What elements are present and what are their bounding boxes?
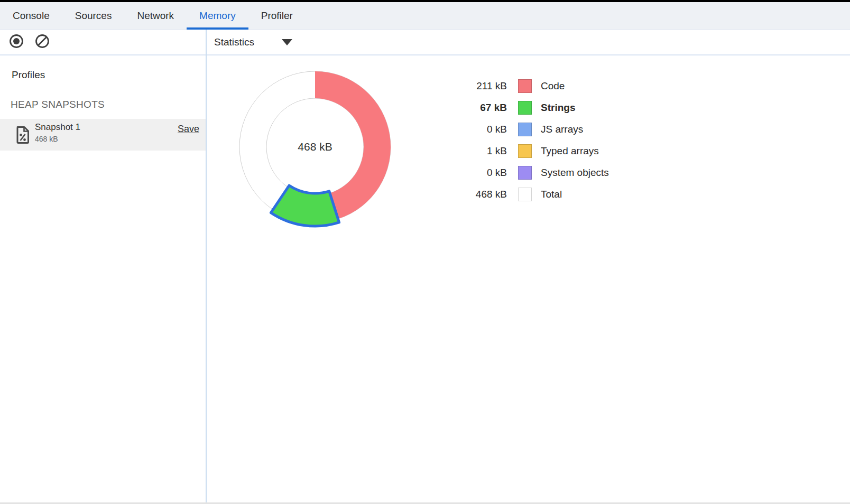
perspective-dropdown[interactable]: Statistics [214,30,292,54]
clear-profiles-button[interactable] [34,34,50,50]
strings-swatch-icon [518,101,532,115]
memory-toolbar: Statistics [0,30,850,55]
donut-slice-strings[interactable] [271,185,339,226]
legend-row-js-arrays[interactable]: 0 kB JS arrays [459,118,609,140]
profiles-heading: Profiles [12,69,45,81]
legend-value: 211 kB [459,80,507,92]
code-swatch-icon [518,79,532,93]
document-percent-icon [15,126,30,144]
legend-label: System objects [541,167,609,179]
legend-value: 0 kB [459,124,507,135]
legend-row-typed-arrays[interactable]: 1 kB Typed arrays [459,140,609,162]
heap-snapshots-heading: HEAP SNAPSHOTS [11,99,105,110]
snapshot-title: Snapshot 1 [35,122,80,133]
toolbar-button-group [8,30,50,54]
block-icon [34,33,50,51]
legend-value: 468 kB [459,189,507,200]
tab-memory[interactable]: Memory [187,2,248,29]
system-objects-swatch-icon [518,166,532,180]
legend-row-total[interactable]: 468 kB Total [459,183,609,205]
legend-label: Typed arrays [541,145,599,157]
tab-memory-label: Memory [199,10,236,22]
legend-row-strings[interactable]: 67 kB Strings [459,97,609,118]
js-arrays-swatch-icon [518,123,532,136]
record-heap-snapshot-button[interactable] [8,34,24,50]
snapshot-size: 468 kB [35,135,58,143]
legend-label: Total [541,189,562,200]
chart-legend: 211 kB Code 67 kB Strings 0 kB JS arrays… [459,75,609,205]
profiles-sidebar: Profiles HEAP SNAPSHOTS Snapshot 1 468 k… [0,57,206,502]
record-icon [8,33,24,51]
donut-total-label: 468 kB [298,141,332,153]
tab-sources[interactable]: Sources [62,2,125,29]
legend-value: 67 kB [459,102,507,114]
tab-network[interactable]: Network [124,2,187,29]
legend-value: 0 kB [459,167,507,179]
snapshot-list-item[interactable]: Snapshot 1 468 kB Save [0,119,206,151]
caret-down-icon [282,39,292,45]
typed-arrays-swatch-icon [518,144,532,158]
tab-console[interactable]: Console [0,2,62,29]
devtools-tab-bar: Console Sources Network Memory Profiler [0,2,850,30]
legend-label: Strings [541,102,575,114]
legend-label: Code [541,80,565,92]
devtools-memory-panel: Console Sources Network Memory Profiler [0,0,850,504]
legend-row-code[interactable]: 211 kB Code [459,75,609,97]
save-snapshot-link[interactable]: Save [178,124,199,135]
statistics-view: 468 kB 211 kB Code 67 kB Strings 0 kB JS… [207,57,850,502]
total-swatch-icon [518,188,532,201]
tab-profiler[interactable]: Profiler [248,2,306,29]
perspective-dropdown-value: Statistics [214,36,254,48]
legend-value: 1 kB [459,145,507,157]
legend-label: JS arrays [541,124,583,135]
legend-row-system-objects[interactable]: 0 kB System objects [459,162,609,183]
